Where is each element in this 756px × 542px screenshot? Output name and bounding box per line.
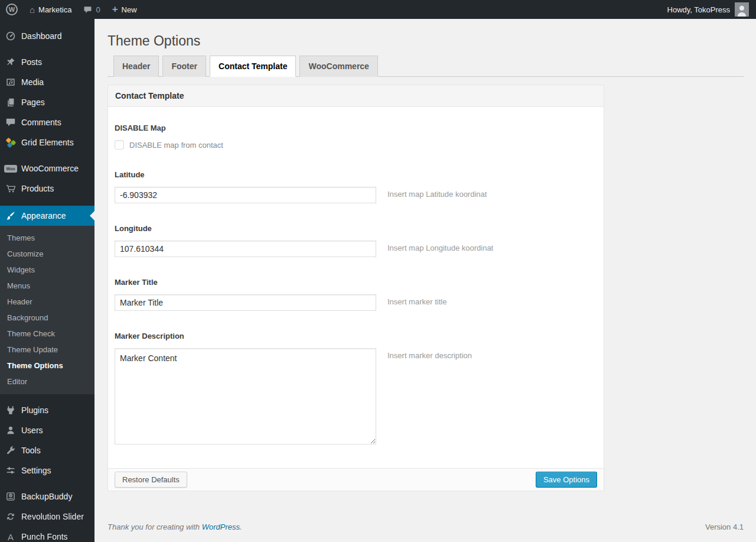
submenu-item-editor[interactable]: Editor [0, 374, 94, 390]
field-label: DISABLE Map [115, 124, 597, 132]
cart-icon [5, 183, 17, 194]
sidebar-label: Punch Fonts [21, 532, 68, 541]
footer-thanks: Thank you for creating with WordPress. [107, 522, 242, 531]
field-help: Insert map Longitude koordinat [387, 241, 493, 252]
latitude-input[interactable] [115, 187, 376, 203]
tab-contact-template[interactable]: Contact Template [210, 56, 296, 77]
tab-bar: Header Footer Contact Template WooCommer… [107, 56, 744, 77]
sidebar-label: Grid Elements [21, 138, 74, 147]
sidebar-label: Plugins [21, 405, 48, 415]
field-label: Marker Description [115, 332, 597, 340]
restore-defaults-button[interactable]: Restore Defaults [115, 472, 187, 488]
avatar[interactable] [735, 2, 749, 17]
submenu-item-widgets[interactable]: Widgets [0, 262, 94, 278]
menu-separator [0, 481, 94, 486]
sidebar-label: Media [21, 77, 44, 87]
wordpress-logo-icon: W [6, 4, 18, 15]
sidebar-item-grid-elements[interactable]: Grid Elements [0, 132, 94, 152]
admin-sidebar: Dashboard Posts Media Pages Comments Gri… [0, 19, 94, 542]
submenu-item-theme-check[interactable]: Theme Check [0, 326, 94, 342]
menu-separator [0, 394, 94, 400]
sidebar-item-revolution-slider[interactable]: Revolution Slider [0, 507, 94, 527]
thanks-text: Thank you for creating with [107, 522, 202, 531]
version-text: Version 4.1 [705, 522, 744, 531]
comment-count: 0 [96, 5, 100, 14]
sidebar-label: Pages [21, 98, 45, 107]
sidebar-label: Settings [21, 466, 51, 475]
sidebar-item-media[interactable]: Media [0, 72, 94, 92]
field-label: Longitude [115, 224, 597, 233]
menu-separator [0, 46, 94, 52]
field-label: Marker Title [115, 278, 597, 287]
sidebar-label: WooCommerce [21, 164, 79, 173]
letter-a-icon: A [5, 531, 17, 542]
panel-title: Contact Template [108, 85, 604, 107]
thanks-period: . [240, 522, 242, 531]
admin-bar: W ⌂ Marketica 0 + New Howdy, TokoPress [0, 0, 756, 19]
sidebar-item-posts[interactable]: Posts [0, 52, 94, 72]
brush-icon [5, 210, 17, 222]
media-icon [5, 76, 17, 88]
tab-woocommerce[interactable]: WooCommerce [299, 56, 377, 77]
sidebar-item-backupbuddy[interactable]: BackupBuddy [0, 486, 94, 507]
sidebar-item-punch-fonts[interactable]: A Punch Fonts [0, 527, 94, 542]
sidebar-item-plugins[interactable]: Plugins [0, 400, 94, 420]
sidebar-item-users[interactable]: Users [0, 420, 94, 440]
submenu-item-theme-options[interactable]: Theme Options [0, 358, 94, 374]
field-latitude: Latitude Insert map Latitude koordinat [115, 170, 597, 203]
field-label: Latitude [115, 170, 597, 179]
sidebar-label: Dashboard [21, 31, 62, 41]
woocommerce-badge-icon: Woo [5, 163, 17, 174]
sidebar-item-woocommerce[interactable]: Woo WooCommerce [0, 158, 94, 178]
sidebar-label: Comments [21, 118, 61, 127]
refresh-arrows-icon [5, 511, 17, 522]
submenu-item-background[interactable]: Background [0, 310, 94, 326]
panel-footer: Restore Defaults Save Options [108, 468, 604, 491]
my-account-menu[interactable]: Howdy, TokoPress [662, 0, 730, 19]
sidebar-item-comments[interactable]: Comments [0, 112, 94, 132]
home-icon: ⌂ [30, 5, 35, 14]
new-content-menu[interactable]: + New [106, 0, 143, 19]
page-title: Theme Options [107, 19, 744, 50]
site-name-menu[interactable]: ⌂ Marketica [24, 0, 77, 19]
submenu-item-themes[interactable]: Themes [0, 230, 94, 246]
sidebar-item-tools[interactable]: Tools [0, 440, 94, 460]
sidebar-label: Users [21, 426, 43, 435]
sidebar-item-pages[interactable]: Pages [0, 92, 94, 112]
submenu-item-theme-update[interactable]: Theme Update [0, 342, 94, 358]
wordpress-link[interactable]: WordPress [202, 522, 240, 531]
field-help: Insert map Latitude koordinat [387, 187, 487, 199]
submenu-item-header[interactable]: Header [0, 294, 94, 310]
appearance-submenu: Themes Customize Widgets Menus Header Ba… [0, 226, 94, 394]
wp-logo-menu[interactable]: W [0, 0, 24, 19]
backup-drive-icon [5, 491, 17, 502]
field-marker-description: Marker Description Marker Content Insert… [115, 332, 597, 444]
submenu-item-menus[interactable]: Menus [0, 278, 94, 294]
field-disable-map: DISABLE Map DISABLE map from contact [115, 124, 597, 150]
wrench-icon [5, 444, 17, 456]
sidebar-item-settings[interactable]: Settings [0, 460, 94, 481]
sidebar-label: Posts [21, 57, 42, 67]
plus-icon: + [112, 4, 118, 14]
save-options-button[interactable]: Save Options [536, 472, 597, 488]
disable-map-checkbox[interactable] [115, 140, 124, 150]
comments-menu[interactable]: 0 [77, 0, 106, 19]
marker-description-textarea[interactable]: Marker Content [115, 348, 376, 444]
sidebar-label: Products [21, 184, 54, 193]
comment-bubble-icon [5, 116, 17, 128]
tab-footer[interactable]: Footer [162, 56, 206, 77]
dashboard-icon [5, 30, 17, 42]
sidebar-item-dashboard[interactable]: Dashboard [0, 26, 94, 46]
sidebar-item-products[interactable]: Products [0, 178, 94, 199]
howdy-text: Howdy, TokoPress [667, 5, 730, 14]
page-footer: Thank you for creating with WordPress. V… [107, 522, 744, 531]
field-help: Insert marker description [387, 348, 472, 360]
new-label: New [122, 5, 137, 14]
site-name: Marketica [38, 5, 71, 14]
tab-header[interactable]: Header [113, 56, 159, 77]
longitude-input[interactable] [115, 241, 376, 257]
sidebar-item-appearance[interactable]: Appearance [0, 206, 94, 226]
submenu-item-customize[interactable]: Customize [0, 246, 94, 262]
marker-title-input[interactable] [115, 294, 376, 311]
menu-separator [0, 152, 94, 158]
